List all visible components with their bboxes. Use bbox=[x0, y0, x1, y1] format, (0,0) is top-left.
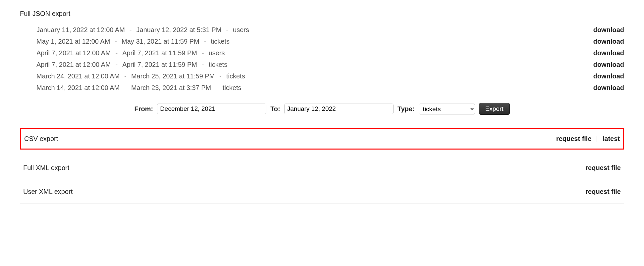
section-full-json-export: Full JSON export January 11, 2022 at 12:… bbox=[20, 10, 624, 115]
export-start-date: March 24, 2021 at 12:00 AM bbox=[36, 72, 120, 80]
xml-export-title: Full XML export bbox=[23, 164, 69, 172]
export-list: January 11, 2022 at 12:00 AM - January 1… bbox=[36, 24, 624, 94]
separator-dash: - bbox=[130, 26, 132, 34]
separator-pipe: | bbox=[596, 135, 598, 143]
export-row: March 24, 2021 at 12:00 AM - March 25, 2… bbox=[36, 70, 624, 82]
export-type: tickets bbox=[226, 72, 245, 80]
to-date-input[interactable] bbox=[284, 104, 394, 114]
separator-dash: - bbox=[116, 61, 118, 68]
csv-export-title: CSV export bbox=[24, 135, 58, 143]
export-row: April 7, 2021 at 12:00 AM - April 7, 202… bbox=[36, 59, 624, 70]
export-end-date: January 12, 2022 at 5:31 PM bbox=[136, 26, 222, 34]
separator-dash: - bbox=[204, 38, 206, 45]
download-link[interactable]: download bbox=[593, 26, 624, 34]
separator-dash: - bbox=[219, 72, 222, 80]
export-end-date: April 7, 2021 at 11:59 PM bbox=[122, 49, 197, 57]
separator-dash: - bbox=[202, 61, 204, 68]
export-end-date: April 7, 2021 at 11:59 PM bbox=[122, 61, 197, 68]
download-link[interactable]: download bbox=[593, 61, 624, 68]
export-start-date: April 7, 2021 at 12:00 AM bbox=[36, 61, 111, 68]
to-label: To: bbox=[270, 105, 280, 113]
export-row: April 7, 2021 at 12:00 AM - April 7, 202… bbox=[36, 47, 624, 59]
separator-dash: - bbox=[216, 84, 218, 92]
type-label: Type: bbox=[398, 105, 415, 113]
export-end-date: May 31, 2021 at 11:59 PM bbox=[122, 38, 199, 45]
csv-export-row-highlighted: CSV export request file | latest bbox=[20, 128, 624, 150]
from-date-input[interactable] bbox=[157, 104, 266, 114]
separator-dash: - bbox=[226, 26, 228, 34]
user-xml-export-row: User XML export request file bbox=[20, 180, 624, 204]
export-type: tickets bbox=[209, 61, 228, 68]
export-form: From: To: Type: tickets Export bbox=[20, 103, 624, 115]
user-xml-export-title: User XML export bbox=[23, 188, 73, 196]
from-label: From: bbox=[134, 105, 153, 113]
download-link[interactable]: download bbox=[593, 72, 624, 80]
export-end-date: March 25, 2021 at 11:59 PM bbox=[131, 72, 215, 80]
request-file-link[interactable]: request file bbox=[556, 135, 592, 143]
download-link[interactable]: download bbox=[593, 49, 624, 57]
export-row: May 1, 2021 at 12:00 AM - May 31, 2021 a… bbox=[36, 36, 624, 47]
request-file-link[interactable]: request file bbox=[585, 188, 621, 196]
separator-dash: - bbox=[124, 84, 127, 92]
export-row: March 14, 2021 at 12:00 AM - March 23, 2… bbox=[36, 82, 624, 94]
export-type: users bbox=[233, 26, 249, 34]
json-export-title: Full JSON export bbox=[20, 10, 624, 18]
type-select[interactable]: tickets bbox=[419, 104, 475, 114]
separator-dash: - bbox=[124, 72, 127, 80]
full-xml-export-row: Full XML export request file bbox=[20, 156, 624, 180]
separator-dash: - bbox=[202, 49, 204, 57]
separator-dash: - bbox=[115, 38, 117, 45]
export-end-date: March 23, 2021 at 3:37 PM bbox=[131, 84, 211, 92]
export-row: January 11, 2022 at 12:00 AM - January 1… bbox=[36, 24, 624, 36]
export-type: tickets bbox=[211, 38, 230, 45]
download-link[interactable]: download bbox=[593, 84, 624, 92]
export-start-date: January 11, 2022 at 12:00 AM bbox=[36, 26, 125, 34]
export-start-date: March 14, 2021 at 12:00 AM bbox=[36, 84, 120, 92]
download-link[interactable]: download bbox=[593, 38, 624, 45]
export-button[interactable]: Export bbox=[479, 103, 510, 115]
latest-link[interactable]: latest bbox=[603, 135, 620, 143]
export-start-date: May 1, 2021 at 12:00 AM bbox=[36, 38, 110, 45]
export-type: tickets bbox=[223, 84, 242, 92]
export-start-date: April 7, 2021 at 12:00 AM bbox=[36, 49, 111, 57]
separator-dash: - bbox=[116, 49, 118, 57]
export-type: users bbox=[209, 49, 225, 57]
request-file-link[interactable]: request file bbox=[585, 164, 621, 172]
